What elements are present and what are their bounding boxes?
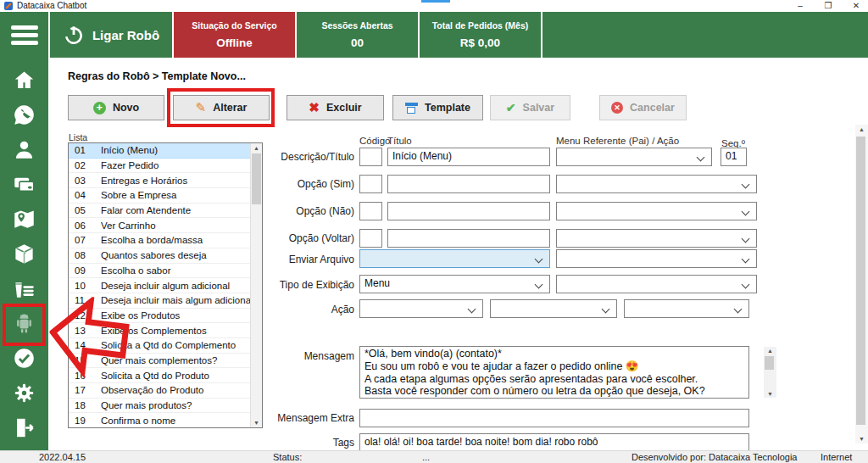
sidebar-check-circle-icon[interactable] <box>12 346 37 370</box>
tipo-exibicao-select[interactable]: Menu <box>359 275 550 293</box>
status-network: Internet <box>821 452 852 462</box>
header-panel-1: Sessões Abertas00 <box>297 12 418 58</box>
window-title: Datacaixa Chatbot <box>17 1 86 10</box>
annotation-box-android <box>3 304 46 346</box>
menu-referente-select[interactable] <box>556 148 712 166</box>
seq-input[interactable]: 01 <box>721 148 747 166</box>
titulo-input[interactable] <box>387 202 550 220</box>
header-panels: Situação do ServiçoOfflineSessões Aberta… <box>174 12 542 58</box>
menu-referente-select[interactable] <box>556 229 757 248</box>
sidebar-nav <box>0 58 48 450</box>
tags-input[interactable]: ola! olá! oi! boa tarde! boa noite! bom … <box>359 433 749 451</box>
status-value: ... <box>422 452 430 462</box>
list-item[interactable]: 04Sobre a Empresa <box>69 188 262 204</box>
titulo-input[interactable] <box>387 175 550 193</box>
titulo-input[interactable] <box>387 229 550 248</box>
cancel-circle-icon: ✕ <box>611 102 623 114</box>
acao-label: Ação <box>227 304 354 315</box>
sidebar-food-icon[interactable] <box>12 276 37 300</box>
header-codigo: Código <box>359 136 390 146</box>
row-label: Opção (Voltar) <box>227 232 354 244</box>
tipo-exibicao-label: Tipo de Exibição <box>227 279 354 291</box>
header-bar: Ligar Robô Situação do ServiçoOfflineSes… <box>0 12 868 58</box>
header-filler <box>542 12 868 58</box>
ligar-robo-label: Ligar Robô <box>92 28 159 42</box>
acao-select-1[interactable] <box>359 299 483 318</box>
enviar-arquivo-label: Enviar Arquivo <box>227 254 354 265</box>
sidebar-package-icon[interactable] <box>12 242 37 265</box>
sidebar-cards-icon[interactable] <box>12 172 37 196</box>
ligar-robo-button[interactable]: Ligar Robô <box>50 12 172 58</box>
status-bar: 2022.04.15 Status: ... Desenvolvido por:… <box>0 450 868 463</box>
row-label: Opção (Sim) <box>227 178 354 190</box>
status-date: 2022.04.15 <box>39 452 86 462</box>
main-scrollbar[interactable]: ▲ ▼ <box>855 125 868 443</box>
status-label: Status: <box>273 452 302 462</box>
acao-select-2[interactable] <box>490 299 617 318</box>
sidebar-home-icon[interactable] <box>12 68 37 92</box>
enviar-arquivo-select[interactable] <box>359 249 550 268</box>
mensagem-extra-input[interactable] <box>359 409 749 427</box>
codigo-input[interactable] <box>359 229 382 248</box>
sidebar-gear-icon[interactable] <box>12 381 37 404</box>
tipo-exibicao-select-2[interactable] <box>556 275 757 293</box>
minimize-button[interactable]: – <box>788 0 812 11</box>
menu-referente-select[interactable] <box>556 175 757 193</box>
sidebar-exit-icon[interactable] <box>12 416 37 439</box>
check-icon: ✔ <box>506 101 516 114</box>
sidebar-user-icon[interactable] <box>12 137 37 161</box>
delete-x-icon: ✖ <box>309 100 320 115</box>
mensagem-scrollbar[interactable]: ▲ ▼ <box>764 347 776 398</box>
salvar-button[interactable]: ✔Salvar <box>490 95 570 120</box>
hamburger-menu-button[interactable] <box>0 12 48 58</box>
mensagem-textarea[interactable]: *Olá, bem vindo(a) (contato)* Eu sou um … <box>359 346 749 399</box>
enviar-arquivo-select-2[interactable] <box>556 249 757 268</box>
menu-referente-select[interactable] <box>556 202 757 220</box>
codigo-input[interactable] <box>359 202 382 220</box>
plus-icon: + <box>93 102 106 114</box>
close-button[interactable]: ✕ <box>844 0 868 11</box>
row-label: Opção (Não) <box>227 205 354 217</box>
mensagem-extra-label: Mensagem Extra <box>227 412 354 424</box>
list-item[interactable]: 09Escolha o sabor <box>69 264 262 279</box>
list-item[interactable]: 17Observação do Produto <box>69 383 262 399</box>
power-icon <box>63 24 85 46</box>
taskbar-strip <box>421 0 450 3</box>
header-panel-2: Total de Pedidos (Mês)R$ 0,00 <box>420 12 541 58</box>
header-panel-0: Situação do ServiçoOffline <box>174 12 295 58</box>
template-button[interactable]: Template <box>392 95 483 120</box>
list-item[interactable]: 06Ver Carrinho <box>69 218 262 233</box>
titulo-input[interactable]: Início (Menu) <box>387 148 550 166</box>
header-menu-referente: Menu Referente (Pai) / Ação <box>556 136 679 146</box>
row-label: Descrição/Título <box>227 151 354 163</box>
cancelar-button[interactable]: ✕Cancelar <box>599 95 687 120</box>
tags-label: Tags <box>227 437 354 449</box>
annotation-box-alterar <box>167 88 275 127</box>
maximize-button[interactable]: ❐ <box>816 0 840 11</box>
codigo-input[interactable] <box>359 148 382 166</box>
mensagem-label: Mensagem <box>227 350 354 362</box>
breadcrumb: Regras do Robô > Template Novo... <box>68 70 246 82</box>
template-icon <box>405 103 418 114</box>
status-developer: Desenvolvido por: Datacaixa Tecnologia <box>632 452 797 462</box>
excluir-button[interactable]: ✖Excluir <box>287 95 384 120</box>
codigo-input[interactable] <box>359 175 382 193</box>
app-window: Datacaixa Chatbot – ❐ ✕ Ligar Robô Situa… <box>0 0 868 463</box>
acao-select-3[interactable] <box>624 299 749 318</box>
list-label: Lista <box>69 132 87 142</box>
novo-button[interactable]: +Novo <box>68 95 164 120</box>
hamburger-icon <box>11 25 38 30</box>
list-item[interactable]: 18Quer mais produtos? <box>69 399 262 414</box>
annotation-arrow-left <box>45 293 134 383</box>
sidebar-map-pin-icon[interactable] <box>12 207 37 231</box>
sidebar-whatsapp-icon[interactable] <box>12 103 37 126</box>
title-bar: Datacaixa Chatbot – ❐ ✕ <box>0 0 868 12</box>
app-icon <box>4 2 13 10</box>
header-titulo: Título <box>387 136 412 146</box>
